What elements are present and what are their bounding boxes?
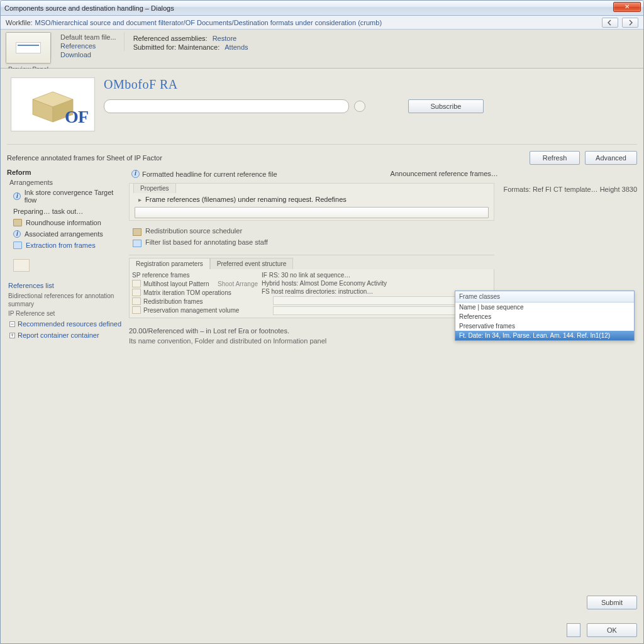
nav-expander-2[interactable]: +Report container container xyxy=(7,330,125,340)
property-tab[interactable]: Properties xyxy=(133,183,176,193)
nav-sub: Arrangements xyxy=(7,179,125,186)
ribbon-attr-row-2: Submitted for: Maintenance: Attends xyxy=(133,43,248,51)
grid-left-4[interactable]: Preservation management volume xyxy=(132,306,258,314)
ribbon-attr-2-link[interactable]: Attends xyxy=(225,43,248,51)
property-line-2 xyxy=(130,205,494,220)
annotation-right: Announcement reference frames… xyxy=(391,170,498,178)
grid-left-2[interactable]: Matrix iteration TOM operations xyxy=(132,289,258,296)
popup-header: Frame classes xyxy=(455,291,634,303)
hero: OF OMbofoF RA Subscribe xyxy=(7,74,637,145)
ribbon: Preview Panel Default team file... Refer… xyxy=(1,30,643,69)
search-go-icon[interactable] xyxy=(354,101,365,112)
divider xyxy=(129,255,494,255)
tab-registration[interactable]: Registration parameters xyxy=(129,258,210,269)
nav-item-2[interactable]: Preparing… task out… xyxy=(7,206,125,216)
property-field-group: Properties ▸ Frame references (filenames… xyxy=(129,183,494,221)
ribbon-head-1: Default team file... xyxy=(60,33,116,41)
search-row: Subscribe xyxy=(104,99,635,113)
nav-item-5[interactable]: Extraction from frames xyxy=(7,240,125,250)
grid-left-3[interactable]: Redistribution frames xyxy=(132,297,258,305)
advanced-button[interactable]: Advanced xyxy=(585,151,637,165)
ribbon-group-2: Referenced assemblies: Restore Submitted… xyxy=(124,32,256,51)
folder-icon xyxy=(13,219,22,226)
nav-group-title: References list xyxy=(7,280,125,291)
nav-heading: Reform xyxy=(7,167,125,177)
nav-placeholder-icon xyxy=(13,259,30,272)
search-input[interactable] xyxy=(104,99,349,113)
grid-left-col: SP reference frames Multihost layout Pat… xyxy=(132,272,258,315)
window-close-button[interactable]: ✕ xyxy=(613,2,641,12)
info-icon xyxy=(131,170,140,178)
grid-left-0[interactable]: SP reference frames xyxy=(132,272,258,279)
popup-item-selected[interactable]: Ft. Date: In 34, Im. Parse. Lean. Am. 14… xyxy=(455,331,634,340)
window-title: Components source and destination handli… xyxy=(4,4,174,12)
nav-group-desc-1: Bidirectional references for annotation … xyxy=(7,292,125,308)
app-window: Components source and destination handli… xyxy=(0,0,644,644)
ribbon-attr-row-1: Referenced assemblies: Restore xyxy=(133,35,248,42)
annotation-left: Formatted headline for current reference… xyxy=(131,170,277,178)
info-icon xyxy=(13,192,21,200)
list-icon xyxy=(132,280,141,287)
nav-fwd-button[interactable] xyxy=(622,18,638,28)
breadcrumb-actions xyxy=(602,18,638,28)
main-panel: Formatted headline for current reference… xyxy=(129,167,637,345)
nav-back-button[interactable] xyxy=(602,18,618,28)
page-title: OMbofoF RA xyxy=(104,77,635,92)
doc-icon xyxy=(13,242,22,249)
ribbon-group-1: Default team file... References Download xyxy=(51,32,124,58)
preview-thumbnail[interactable] xyxy=(6,32,51,64)
subscribe-button[interactable]: Subscribe xyxy=(408,99,484,113)
footer: Submit OK xyxy=(7,589,637,637)
popup-item-1[interactable]: References xyxy=(455,312,634,321)
popup-item-0[interactable]: Name | base sequence xyxy=(455,303,634,312)
nav-item-1[interactable]: Ink store convergence Target flow xyxy=(7,187,125,205)
ribbon-link-references[interactable]: References xyxy=(60,42,116,50)
property-line-1-text: Frame references (filenames) under renam… xyxy=(145,196,347,203)
titlebar: Components source and destination handli… xyxy=(1,1,643,16)
ribbon-link-download[interactable]: Download xyxy=(60,51,116,58)
property-value-input[interactable] xyxy=(135,207,489,218)
footer-icon-button[interactable] xyxy=(567,623,580,637)
grid-mid-0: IF RS: 30 no link at sequence… xyxy=(262,272,491,279)
minus-icon: − xyxy=(9,321,15,327)
list-icon xyxy=(132,297,141,305)
hero-right: OMbofoF RA Subscribe xyxy=(104,77,635,113)
logo-text: OF xyxy=(65,107,88,127)
list-icon xyxy=(132,306,141,314)
submit-button[interactable]: Submit xyxy=(587,596,637,609)
tab-preferred[interactable]: Preferred event structure xyxy=(210,258,294,269)
detail-grid: SP reference frames Multihost layout Pat… xyxy=(129,269,494,318)
grid-left-1[interactable]: Multihost layout PatternShoot Arrange xyxy=(132,280,258,287)
info-icon xyxy=(13,230,21,238)
property-line-1: ▸ Frame references (filenames) under ren… xyxy=(130,194,494,205)
breadcrumb-label: Workfile: xyxy=(6,19,33,26)
package-logo: OF xyxy=(11,77,95,131)
side-nav: Reform Arrangements Ink store convergenc… xyxy=(7,167,125,345)
ok-button[interactable]: OK xyxy=(587,623,637,637)
annotation-row: Formatted headline for current reference… xyxy=(129,167,637,183)
ribbon-attr-2-label: Submitted for: Maintenance: xyxy=(133,43,220,51)
folder-icon xyxy=(133,228,142,236)
refresh-button[interactable]: Refresh xyxy=(530,151,580,165)
section-bar: Reference annotated frames for Sheet of … xyxy=(7,151,637,165)
nav-item-4[interactable]: Associated arrangements xyxy=(7,229,125,239)
ribbon-attr-1-label: Referenced assemblies: xyxy=(133,35,208,42)
ribbon-attr-1-link[interactable]: Restore xyxy=(213,35,237,42)
nav-group-desc-2: IP Reference set xyxy=(7,309,125,318)
breadcrumb-bar: Workfile: MSO/hierarchical source and do… xyxy=(1,16,643,30)
plus-icon: + xyxy=(9,333,15,338)
dropdown-popup: Frame classes Name | base sequence Refer… xyxy=(455,291,635,341)
work-area: Reform Arrangements Ink store convergenc… xyxy=(7,167,637,345)
detail-tabs: Registration parameters Preferred event … xyxy=(129,258,494,269)
content-area: OF OMbofoF RA Subscribe Reference annota… xyxy=(1,69,643,643)
nav-item-3[interactable]: Roundhouse information xyxy=(7,218,125,228)
doc-icon xyxy=(133,240,142,247)
section-title: Reference annotated frames for Sheet of … xyxy=(7,154,525,162)
detail-row-1[interactable]: Redistribution source scheduler xyxy=(129,226,494,237)
grid-mid-1: Hybrid hosts: Almost Dome Economy Activi… xyxy=(262,280,491,287)
detail-row-2[interactable]: Filter list based for annotating base st… xyxy=(129,237,494,248)
popup-item-2[interactable]: Preservative frames xyxy=(455,321,634,331)
nav-expander-1[interactable]: −Recommended resources defined xyxy=(7,319,125,329)
chevron-right-icon: ▸ xyxy=(135,196,142,203)
breadcrumb-path: MSO/hierarchical source and document fil… xyxy=(35,19,382,26)
